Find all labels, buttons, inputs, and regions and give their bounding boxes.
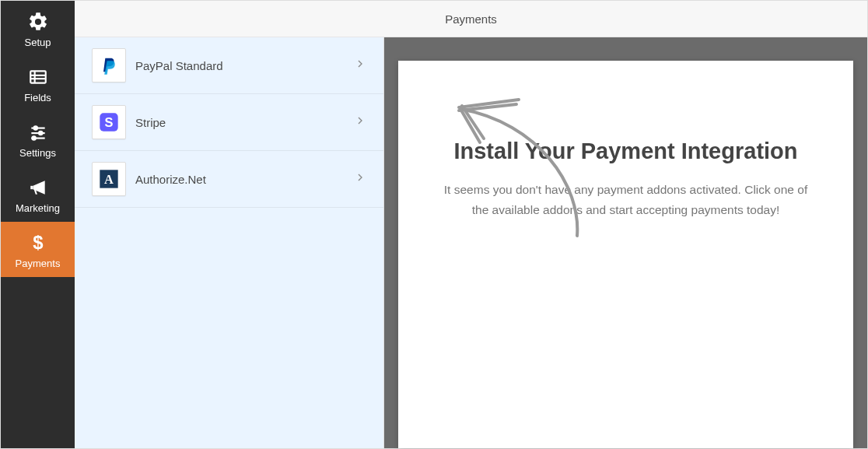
provider-item-paypal[interactable]: PayPal Standard [75,37,383,94]
empty-state-card: Install Your Payment Integration It seem… [398,61,853,448]
provider-item-stripe[interactable]: S Stripe [75,94,383,151]
provider-label: Authorize.Net [135,173,354,186]
provider-label: Stripe [135,116,354,129]
paypal-icon [92,48,126,82]
chevron-right-icon [354,171,366,187]
list-icon [26,65,50,89]
gear-icon [26,10,50,33]
sliders-icon [26,121,50,144]
main: Payments PayPal Standard S [75,1,867,448]
provider-label: PayPal Standard [135,59,354,72]
svg-point-7 [39,132,42,135]
svg-point-5 [33,126,37,129]
stripe-icon: S [92,105,126,139]
sidebar: Setup Fields Settings Marketing $ Paymen… [1,1,75,448]
provider-item-authorizenet[interactable]: A Authorize.Net [75,151,383,208]
sidebar-item-label: Payments [16,258,61,269]
svg-text:S: S [105,115,114,129]
sidebar-item-label: Settings [19,147,56,159]
app-root: Setup Fields Settings Marketing $ Paymen… [0,0,868,449]
page-title: Payments [445,12,497,26]
authorizenet-icon: A [92,162,126,196]
svg-rect-10 [30,186,33,189]
chevron-right-icon [354,114,366,130]
provider-list: PayPal Standard S Stripe [75,37,384,448]
sidebar-item-settings[interactable]: Settings [1,111,75,167]
content: PayPal Standard S Stripe [75,37,867,448]
hand-drawn-arrow-icon [445,92,600,243]
sidebar-item-payments[interactable]: $ Payments [1,222,75,277]
sidebar-item-fields[interactable]: Fields [1,56,75,111]
sidebar-item-setup[interactable]: Setup [1,1,75,56]
sidebar-item-label: Setup [25,37,51,48]
svg-point-9 [32,136,35,139]
svg-text:A: A [104,172,114,187]
sidebar-item-label: Fields [24,92,51,103]
svg-text:$: $ [33,233,43,253]
sidebar-item-marketing[interactable]: Marketing [1,167,75,222]
dollar-icon: $ [26,231,50,254]
bullhorn-icon [26,176,50,199]
svg-rect-0 [30,71,46,82]
topbar: Payments [75,1,867,37]
preview-pane: Install Your Payment Integration It seem… [384,37,867,448]
sidebar-item-label: Marketing [16,202,60,214]
chevron-right-icon [354,58,366,73]
